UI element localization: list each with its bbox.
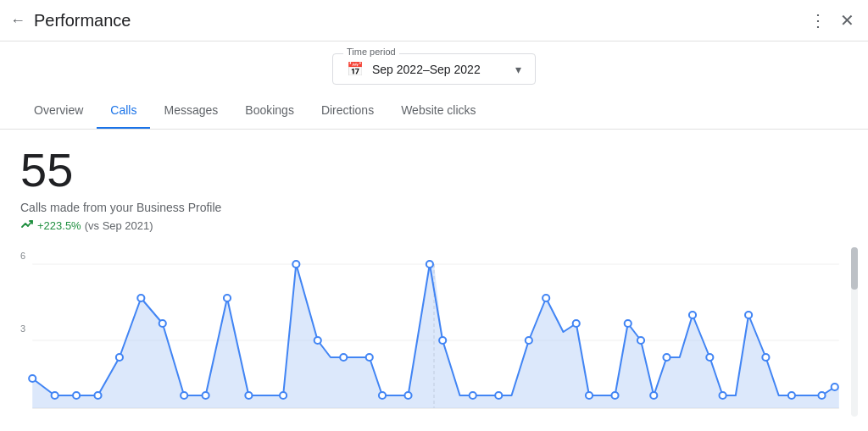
tab-bookings[interactable]: Bookings xyxy=(231,93,308,129)
time-period-label: Time period xyxy=(343,47,399,57)
svg-point-5 xyxy=(52,392,58,399)
svg-point-21 xyxy=(404,392,411,399)
svg-point-6 xyxy=(73,392,80,399)
svg-point-36 xyxy=(706,354,713,361)
scrollbar-thumb[interactable] xyxy=(851,247,858,290)
svg-point-23 xyxy=(439,337,446,344)
svg-point-19 xyxy=(366,354,373,361)
svg-point-30 xyxy=(611,392,618,399)
tab-messages[interactable]: Messages xyxy=(150,93,231,129)
svg-point-39 xyxy=(762,354,769,361)
svg-point-12 xyxy=(203,392,209,399)
chart-container: 6 3 xyxy=(20,247,848,417)
svg-point-29 xyxy=(586,392,593,399)
svg-point-40 xyxy=(788,392,795,399)
tab-calls[interactable]: Calls xyxy=(97,93,150,129)
svg-point-41 xyxy=(818,392,825,399)
trend-up-icon xyxy=(20,218,34,234)
close-icon[interactable]: ✕ xyxy=(837,7,858,34)
svg-point-18 xyxy=(340,354,347,361)
scrollbar[interactable] xyxy=(851,247,858,417)
page-title: Performance xyxy=(34,11,131,30)
svg-point-26 xyxy=(526,337,532,344)
svg-point-25 xyxy=(495,392,502,399)
svg-point-17 xyxy=(314,337,321,344)
tab-overview[interactable]: Overview xyxy=(20,93,97,129)
metric-number: 55 xyxy=(20,146,848,194)
svg-point-13 xyxy=(224,295,231,301)
svg-point-7 xyxy=(94,392,101,399)
header: ← Performance ⋮ ✕ xyxy=(0,0,868,41)
chart-y-label2: 3 xyxy=(20,323,25,334)
svg-point-20 xyxy=(379,392,386,399)
svg-point-24 xyxy=(470,392,476,399)
time-period-value: Sep 2022–Sep 2022 xyxy=(372,63,507,76)
svg-point-15 xyxy=(280,392,287,399)
time-period-select[interactable]: Time period 📅 Sep 2022–Sep 2022 ▾ xyxy=(332,53,536,85)
svg-point-16 xyxy=(292,261,299,268)
svg-point-8 xyxy=(116,354,123,361)
svg-point-37 xyxy=(720,392,726,399)
time-period-container: Time period 📅 Sep 2022–Sep 2022 ▾ xyxy=(0,41,868,93)
svg-point-33 xyxy=(650,392,657,399)
chart-y-label: 6 xyxy=(20,251,25,261)
svg-point-10 xyxy=(159,320,166,327)
main-content: 55 Calls made from your Business Profile… xyxy=(0,130,868,417)
svg-point-42 xyxy=(832,384,838,390)
metric-change: +223.5% (vs Sep 2021) xyxy=(20,218,848,234)
svg-point-11 xyxy=(181,392,187,399)
header-left: ← Performance xyxy=(10,11,131,30)
svg-point-32 xyxy=(637,337,644,344)
tab-website-clicks[interactable]: Website clicks xyxy=(387,93,489,129)
svg-point-27 xyxy=(542,295,549,301)
svg-point-31 xyxy=(625,320,632,327)
svg-point-22 xyxy=(426,261,433,268)
svg-point-14 xyxy=(245,392,252,399)
metric-change-comparison: (vs Sep 2021) xyxy=(85,219,153,232)
metric-label: Calls made from your Business Profile xyxy=(20,201,848,214)
more-icon[interactable]: ⋮ xyxy=(806,7,830,34)
svg-point-4 xyxy=(29,375,36,382)
svg-point-9 xyxy=(137,295,144,301)
tab-directions[interactable]: Directions xyxy=(308,93,387,129)
calls-chart xyxy=(20,247,848,417)
back-button[interactable]: ← xyxy=(10,12,25,30)
svg-point-28 xyxy=(573,320,580,327)
svg-point-35 xyxy=(689,312,696,318)
calendar-icon: 📅 xyxy=(347,61,364,77)
svg-point-38 xyxy=(745,312,752,318)
metric-change-value: +223.5% xyxy=(37,219,81,232)
svg-point-34 xyxy=(663,354,670,361)
tabs-bar: Overview Calls Messages Bookings Directi… xyxy=(0,93,868,130)
dropdown-arrow-icon: ▾ xyxy=(515,63,521,76)
header-right: ⋮ ✕ xyxy=(806,7,858,34)
